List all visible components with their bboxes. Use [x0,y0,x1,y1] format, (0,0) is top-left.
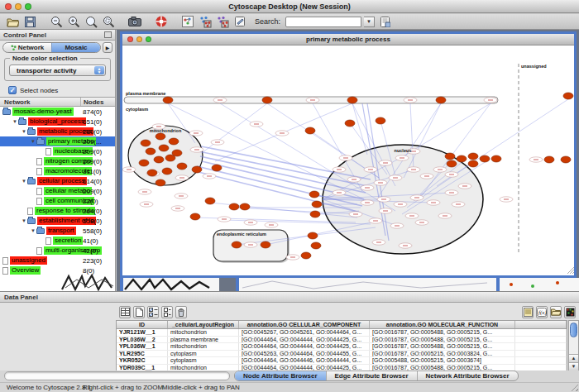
network-node[interactable] [262,97,272,103]
table-cell[interactable]: [GO:0016787, GO:0005488, GO:0005215, G..… [370,329,515,336]
create-attribute-icon[interactable] [133,306,145,318]
background-window-fragment[interactable] [496,278,579,291]
apply-layout-icon[interactable] [198,15,213,29]
network-node[interactable] [169,138,179,145]
float-panel-icon[interactable] [104,31,112,38]
table-cell[interactable]: [GO:0016787, GO:0005488, GO:0005215, G..… [370,337,515,343]
save-session-icon[interactable] [22,15,37,29]
column-header[interactable]: ID [117,321,168,328]
tree-row[interactable]: response to stimulu264(0) [0,206,115,216]
tree-row[interactable]: macromolecule311(0) [0,166,115,176]
tree-row[interactable]: cellular metabo209(0) [0,186,115,196]
network-node[interactable] [229,203,239,210]
network-node[interactable] [345,120,355,127]
tree-row[interactable]: cell communicat22(0) [0,196,115,206]
network-node[interactable] [165,155,175,161]
table-cell[interactable]: YJR121W__1 [117,329,168,336]
table-cell[interactable]: mitochondrion [168,343,239,350]
network-node[interactable] [156,179,165,186]
network-node[interactable] [232,241,242,248]
tree-row[interactable]: ▼establishment of lo558(0) [0,216,115,226]
expander-icon[interactable]: ▼ [30,139,36,144]
table-row[interactable]: YLR295Ccytoplasm[GO:0045263, GO:0044464,… [117,351,567,358]
table-cell[interactable]: YPL036W__2 [117,337,168,343]
tree-row[interactable]: ▼biological_process651(0) [0,117,115,127]
birds-eye-view[interactable] [60,273,115,291]
tab-mosaic[interactable]: Mosaic [51,43,100,52]
tree-row[interactable]: nitrogen compo209(0) [0,156,115,166]
table-cell[interactable]: [GO:0044464, GO:0044444, GO:0044425, G..… [239,343,370,350]
table-cell[interactable]: [GO:0016787, GO:0005488, GO:0005215, G..… [370,343,515,350]
table-cell[interactable]: cytoplasm [168,357,239,364]
table-cell[interactable]: YPL036W__1 [117,343,168,350]
help-icon[interactable] [154,15,169,29]
network-node[interactable] [376,117,385,124]
network-node[interactable] [312,201,322,208]
open-session-icon[interactable] [5,15,20,29]
network-node[interactable] [305,127,315,134]
delete-attribute-icon[interactable] [175,306,187,318]
network-overview-icon[interactable] [180,15,195,29]
tree-row[interactable]: secretion41(0) [0,236,115,246]
network-node[interactable] [141,140,151,146]
network-node[interactable] [190,213,200,220]
table-cell[interactable]: plasma membrane [168,337,239,343]
network-node[interactable] [212,165,222,171]
table-cell[interactable]: mitochondrion [168,365,239,371]
network-edge[interactable] [202,103,267,153]
network-node[interactable] [468,160,478,167]
network-node[interactable] [139,160,149,166]
expander-icon[interactable]: ▼ [21,179,27,184]
tab-edge-attribute-browser[interactable]: Edge Attribute Browser [327,371,418,380]
expander-icon[interactable]: ▼ [12,119,18,124]
column-header[interactable]: annotation.GO MOLECULAR_FUNCTION [370,321,515,328]
scroll-up-button[interactable]: ▲ [569,354,578,362]
tab-network[interactable]: Network [3,43,51,52]
network-node[interactable] [561,156,571,163]
network-node[interactable] [147,170,157,176]
network-node[interactable] [347,97,357,103]
search-input[interactable] [285,17,361,27]
network-node[interactable] [468,153,478,160]
network-node[interactable] [177,163,187,170]
table-cell[interactable]: YDR039C__1 [117,365,168,371]
column-header[interactable]: annotation.GO CELLULAR_COMPONENT [239,321,370,328]
table-row[interactable]: YKR052Ccytoplasm[GO:0044464, GO:0044446,… [117,357,567,365]
expander-icon[interactable]: ▼ [30,228,36,233]
tree-row[interactable]: ▼cellular process614(0) [0,176,115,186]
tree-row[interactable]: nucleobase-209(0) [0,146,115,156]
apply-layout-alt-icon[interactable] [215,15,230,29]
network-node[interactable] [480,155,490,162]
zoom-fit-icon[interactable] [84,15,98,29]
import-table-icon[interactable] [119,306,131,318]
scroll-down-button[interactable]: ▼ [569,362,578,370]
table-cell[interactable]: [GO:0016787, GO:0005215, GO:0003824, G..… [370,351,515,357]
scrollbar-thumb[interactable] [570,323,577,337]
tree-row[interactable]: Overview8(0) [0,265,115,275]
network-node[interactable] [192,166,202,173]
tab-network-attribute-browser[interactable]: Network Attribute Browser [418,371,518,380]
network-node[interactable] [311,242,321,249]
tree-column-headers[interactable]: Network Nodes [0,97,115,107]
network-node[interactable] [447,160,457,167]
tree-row[interactable]: ▼metabolic process280(0) [0,127,115,136]
import-attributes-icon[interactable] [550,306,562,318]
tree-row[interactable]: ▼primary metabo209(... [0,136,115,146]
network-node[interactable] [261,241,270,248]
select-attributes-icon[interactable] [147,306,159,318]
tree-row[interactable]: multi-organism pro42(0) [0,246,115,256]
network-node[interactable] [310,211,320,218]
export-image-icon[interactable] [127,15,142,29]
table-row[interactable]: YPL036W__1mitochondrion[GO:0044464, GO:0… [117,343,567,351]
network-node[interactable] [301,252,311,259]
table-cell[interactable]: YLR295C [117,351,168,357]
background-window-fragment[interactable] [236,278,496,291]
network-node[interactable] [205,198,215,204]
table-cell[interactable]: [GO:0016787, GO:0005488, GO:0005215, G..… [370,365,515,371]
network-edge[interactable] [352,103,367,155]
zoom-in-icon[interactable] [66,15,81,29]
table-cell[interactable]: cytoplasm [168,351,239,357]
table-cell[interactable]: [GO:0044464, GO:0044446, GO:0044444, G..… [239,357,370,364]
network-node[interactable] [563,93,573,99]
annotation-icon[interactable] [232,15,247,29]
